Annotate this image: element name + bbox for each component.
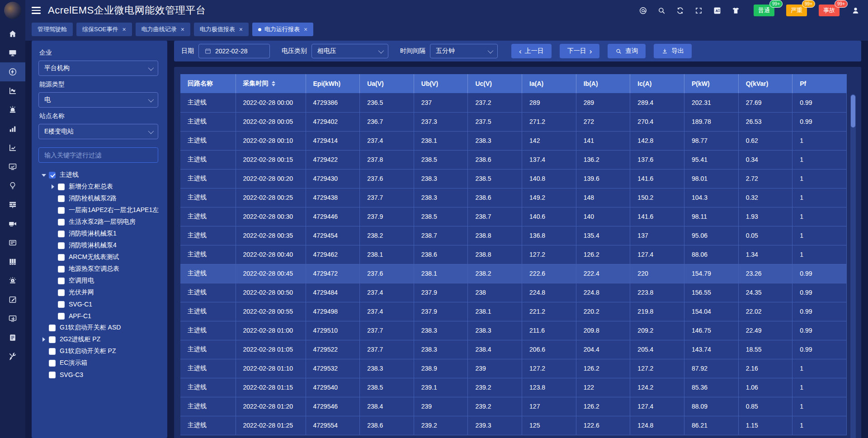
sidebar-item-grid[interactable] [0,195,25,214]
tree-checkbox[interactable] [58,266,65,273]
sidebar-item-monitor-gear[interactable] [0,309,25,328]
table-row[interactable]: 主进线2022-02-28 01:204729546238.4239239.21… [180,397,847,416]
voltage-type-select[interactable]: 相电压 [311,44,388,58]
tree-checkbox[interactable] [49,372,56,378]
table-row[interactable]: 主进线2022-02-28 01:254729554238.6239.2239.… [180,416,847,435]
export-button[interactable]: 导出 [654,44,692,58]
tree-checkbox[interactable] [58,278,65,284]
table-row[interactable]: 主进线2022-02-28 00:154729422237.8238.5238.… [180,150,847,169]
tree-checkbox[interactable] [58,231,65,237]
sidebar-item-siren[interactable] [0,100,25,119]
menu-toggle-icon[interactable] [32,7,41,14]
table-row[interactable]: 主进线2022-02-28 00:254729438237.7238.3238.… [180,188,847,207]
prev-day-button[interactable]: ‹ 上一日 [511,44,552,58]
table-row[interactable]: 主进线2022-02-28 00:554729498237.4237.9238.… [180,302,847,321]
tree-checkbox[interactable] [58,289,65,296]
sidebar-item-alarm-lamp[interactable] [0,271,25,290]
tree-item[interactable]: 空调用电 [38,275,158,287]
sidebar-item-chart-report[interactable] [0,81,25,100]
tree-item[interactable]: 消防喷淋机械泵1 [38,228,158,240]
table-scrollbar[interactable] [850,94,856,438]
table-row[interactable]: 主进线2022-02-28 01:004729510237.7238.3238.… [180,321,847,340]
close-icon[interactable]: × [239,26,243,33]
tree-item[interactable]: 2G2进线柜 PZ [38,334,158,345]
tab-5[interactable]: 电力运行报表× [252,23,313,36]
table-row[interactable]: 主进线2022-02-28 01:154729540238.5239.1239.… [180,378,847,397]
translate-icon[interactable] [713,6,722,15]
column-header[interactable]: 采集时间 [236,74,306,93]
enterprise-select[interactable]: 平台机构 [38,61,158,76]
sidebar-item-tools[interactable] [0,347,25,366]
search-icon[interactable] [657,6,666,15]
tree-search-input[interactable] [38,147,158,163]
sidebar-item-monitor-chart[interactable] [0,157,25,176]
tree-checkbox[interactable] [49,348,56,355]
sidebar-item-document[interactable] [0,328,25,347]
tree-item[interactable]: APF-C1 [38,310,158,322]
user-icon[interactable] [851,6,860,15]
table-row[interactable]: 主进线2022-02-28 00:104729414237.4238.1238.… [180,131,847,150]
tree-checkbox[interactable] [58,242,65,249]
sidebar-item-panel[interactable] [0,233,25,252]
sidebar-item-screen[interactable] [0,43,25,62]
tree-item[interactable]: 地源热泵空调总表 [38,263,158,275]
tree-item[interactable]: SVG-C1 [38,298,158,310]
tree-checkbox[interactable] [58,184,65,190]
energy-type-select[interactable]: 电 [38,92,158,108]
query-button[interactable]: 查询 [608,44,646,58]
tree-item[interactable]: 光伏并网 [38,287,158,298]
table-row[interactable]: 主进线2022-02-28 00:454729472237.6238.1238.… [180,264,847,283]
alarm-button-accident[interactable]: 事故99+ [819,5,840,16]
caret-right-icon[interactable] [40,336,47,343]
refresh-icon[interactable] [676,6,684,15]
avatar[interactable] [4,2,21,19]
tree-checkbox[interactable] [49,360,56,367]
table-row[interactable]: 主进线2022-02-28 01:054729522237.7238.3238.… [180,340,847,359]
tree-item[interactable]: EC演示箱 [38,357,158,369]
tree-item[interactable]: SVG-C3 [38,369,158,381]
tree-item[interactable]: 主进线 [38,169,158,181]
date-picker[interactable]: 2022-02-28 [198,44,270,58]
tree-item[interactable]: 消防喷淋机械泵4 [38,240,158,251]
tab-3[interactable]: 电力曲线记录× [136,23,190,36]
tree-checkbox[interactable] [49,325,56,331]
sidebar-item-archive[interactable] [0,252,25,271]
tree-item[interactable]: ARCM无线表测试 [38,251,158,263]
station-select[interactable]: E楼变电站 [38,124,158,139]
tree-checkbox[interactable] [58,301,65,308]
table-row[interactable]: 主进线2022-02-28 01:104729532238.3238.92391… [180,359,847,378]
close-icon[interactable]: × [122,26,126,33]
alarm-button-severe[interactable]: 严重99+ [786,5,807,16]
tree-checkbox[interactable] [58,254,65,261]
sidebar-item-home[interactable] [0,24,25,43]
tree-item[interactable]: 一层南1APE2右一层北1APE1左 [38,204,158,216]
table-row[interactable]: 主进线2022-02-28 00:304729446237.9238.5238.… [180,207,847,226]
sidebar-item-camera[interactable] [0,214,25,233]
tree-checkbox[interactable] [58,207,65,214]
tree-item[interactable]: 生活水泵2路一层弱电房 [38,216,158,228]
tree-item[interactable]: G1软启动开关柜 PZ [38,345,158,357]
sidebar-item-bulb[interactable] [0,176,25,195]
tab-4[interactable]: 电力极值报表× [194,23,249,36]
tree-checkbox[interactable] [58,219,65,226]
table-row[interactable]: 主进线2022-02-28 00:054729402236.7237.3237.… [180,112,847,131]
tab-1[interactable]: 管理驾驶舱 [32,23,73,36]
caret-right-icon[interactable] [49,184,56,190]
table-row[interactable]: 主进线2022-02-28 00:004729386236.5237237.22… [180,93,847,112]
sidebar-item-bar-chart[interactable] [0,119,25,138]
tree-checkbox[interactable] [49,336,56,343]
next-day-button[interactable]: 下一日 › [560,44,600,58]
alarm-button-normal[interactable]: 普通99+ [754,5,774,16]
tree-checkbox[interactable] [58,313,65,320]
theme-shirt-icon[interactable] [731,6,740,15]
table-row[interactable]: 主进线2022-02-28 00:204729430237.6238.3238.… [180,169,847,188]
sidebar-item-power[interactable] [0,62,25,81]
scrollbar-thumb[interactable] [851,95,855,127]
sidebar-item-edit[interactable] [0,290,25,309]
table-row[interactable]: 主进线2022-02-28 00:354729454238.2238.7238.… [180,226,847,245]
sort-icon[interactable] [272,81,275,86]
tree-item[interactable]: 消防栓机械泵2路 [38,193,158,204]
table-row[interactable]: 主进线2022-02-28 00:404729462238.1238.6238.… [180,245,847,264]
tab-2[interactable]: 综保SOE事件× [76,23,132,36]
tree-item[interactable]: 新增分立柜总表 [38,181,158,193]
